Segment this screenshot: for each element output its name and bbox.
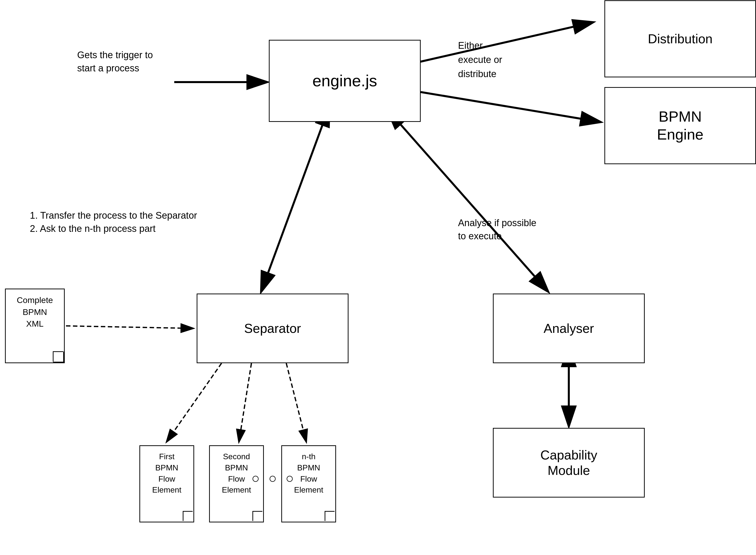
dots: ○ ○ ○ (251, 470, 296, 486)
analyse-annotation: Analyse if possibleto execute (458, 216, 536, 243)
bpmn-engine-label: BPMNEngine (657, 108, 704, 143)
transfer-annotation: 1. Transfer the process to the Separator… (30, 209, 197, 235)
separator-label: Separator (244, 321, 301, 336)
diagram: Distribution BPMNEngine engine.js Separa… (0, 0, 756, 555)
engine-js-label: engine.js (312, 71, 377, 91)
distribution-box: Distribution (604, 0, 756, 77)
capability-module-box: CapabilityModule (493, 428, 645, 498)
complete-bpmn-doc: CompleteBPMNXML (5, 289, 65, 363)
first-bpmn-doc: FirstBPMNFlowElement (140, 445, 194, 522)
engine-analyser-arrow (398, 122, 548, 291)
complete-bpmn-label: CompleteBPMNXML (6, 289, 64, 335)
engine-separator-arrow (262, 122, 324, 291)
engine-js-box: engine.js (269, 40, 421, 122)
either-execute-annotation: Eitherexecute ordistribute (458, 39, 502, 81)
bpmn-engine-box: BPMNEngine (604, 87, 756, 164)
bpmn-xml-arrow (66, 326, 193, 328)
analyser-box: Analyser (493, 294, 645, 363)
trigger-annotation: Gets the trigger tostart a process (77, 48, 153, 75)
bpmn-engine-arrow (421, 92, 600, 122)
separator-box: Separator (197, 294, 349, 363)
sep-first-arrow (167, 363, 222, 441)
distribution-arrow (418, 23, 592, 62)
analyser-label: Analyser (544, 321, 594, 336)
distribution-label: Distribution (648, 31, 712, 46)
capability-module-label: CapabilityModule (541, 447, 597, 478)
sep-second-arrow (239, 363, 251, 441)
sep-nth-arrow (286, 363, 306, 441)
first-bpmn-label: FirstBPMNFlowElement (140, 446, 193, 501)
